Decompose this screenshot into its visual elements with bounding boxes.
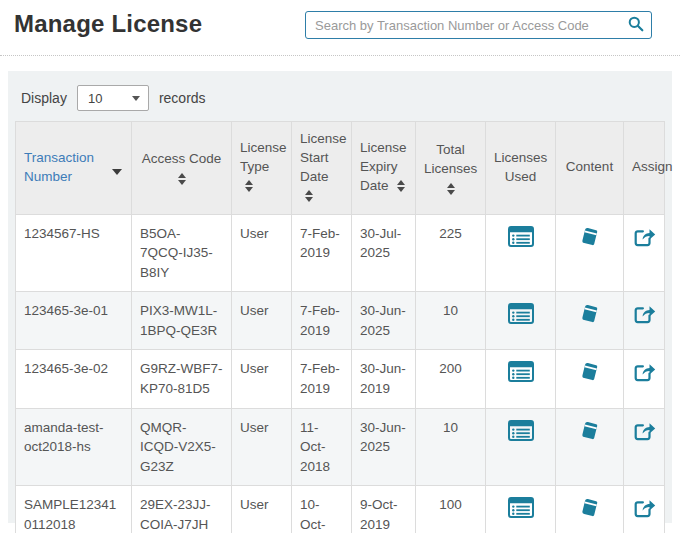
license-start-date-cell: 11-Oct-2018 bbox=[292, 408, 352, 486]
records-label: records bbox=[159, 90, 206, 106]
content-book-icon bbox=[578, 371, 601, 386]
assign-cell bbox=[624, 292, 665, 350]
license-start-date-cell: 7-Feb-2019 bbox=[292, 214, 352, 292]
column-header-assign: Assign bbox=[624, 122, 665, 215]
licenses-used-button[interactable] bbox=[508, 497, 534, 524]
licenses-used-button[interactable] bbox=[508, 303, 534, 330]
table-row: SAMPLE123410112018 29EX-23JJ-COIA-J7JH U… bbox=[16, 486, 665, 533]
table-row: 123465-3e-02 G9RZ-WBF7-KP70-81D5 User 7-… bbox=[16, 350, 665, 408]
licenses-used-cell bbox=[486, 292, 556, 350]
assign-share-icon bbox=[632, 507, 656, 522]
transaction-number-cell: 123465-3e-02 bbox=[16, 350, 132, 408]
content-button[interactable] bbox=[578, 497, 601, 525]
column-header-license-type[interactable]: License Type bbox=[232, 122, 292, 215]
licenses-used-icon bbox=[508, 312, 534, 327]
sort-both-icon bbox=[397, 180, 405, 192]
access-code-cell: B5OA-7QCQ-IJ35-B8IY bbox=[132, 214, 232, 292]
licenses-used-cell bbox=[486, 350, 556, 408]
content-cell bbox=[556, 214, 624, 292]
license-expiry-date-cell: 30-Jun-2025 bbox=[352, 292, 416, 350]
license-expiry-date-cell: 30-Jun-2025 bbox=[352, 408, 416, 486]
display-count-select[interactable]: 10 bbox=[77, 85, 149, 111]
assign-cell bbox=[624, 350, 665, 408]
content-book-icon bbox=[578, 313, 601, 328]
licenses-used-button[interactable] bbox=[508, 361, 534, 388]
license-type-cell: User bbox=[232, 350, 292, 408]
content-book-icon bbox=[578, 507, 601, 522]
column-header-license-start-date[interactable]: License Start Date bbox=[292, 122, 352, 215]
chevron-down-icon bbox=[132, 96, 140, 101]
access-code-cell: G9RZ-WBF7-KP70-81D5 bbox=[132, 350, 232, 408]
license-start-date-cell: 7-Feb-2019 bbox=[292, 292, 352, 350]
table-row: amanda-test-oct2018-hs QMQR-ICQD-V2X5-G2… bbox=[16, 408, 665, 486]
column-header-access-code[interactable]: Access Code bbox=[132, 122, 232, 215]
content-button[interactable] bbox=[578, 361, 601, 389]
licenses-used-cell bbox=[486, 214, 556, 292]
licenses-used-button[interactable] bbox=[508, 226, 534, 253]
total-licenses-cell: 225 bbox=[416, 214, 486, 292]
column-header-licenses-used: Licenses Used bbox=[486, 122, 556, 215]
sort-both-icon bbox=[245, 180, 253, 192]
content-button[interactable] bbox=[578, 420, 601, 448]
column-header-transaction-number[interactable]: Transaction Number bbox=[16, 122, 132, 215]
transaction-number-cell: SAMPLE123410112018 bbox=[16, 486, 132, 533]
sort-desc-icon bbox=[112, 169, 122, 175]
license-expiry-date-cell: 9-Oct-2019 bbox=[352, 486, 416, 533]
total-licenses-cell: 200 bbox=[416, 350, 486, 408]
assign-cell bbox=[624, 214, 665, 292]
assign-cell bbox=[624, 486, 665, 533]
license-start-date-cell: 7-Feb-2019 bbox=[292, 350, 352, 408]
access-code-cell: QMQR-ICQD-V2X5-G23Z bbox=[132, 408, 232, 486]
assign-button[interactable] bbox=[632, 497, 656, 525]
sort-both-icon bbox=[178, 173, 186, 185]
column-header-total-licenses[interactable]: Total Licenses bbox=[416, 122, 486, 215]
assign-button[interactable] bbox=[632, 361, 656, 389]
assign-button[interactable] bbox=[632, 420, 656, 448]
search-input[interactable] bbox=[306, 12, 621, 38]
content-button[interactable] bbox=[578, 226, 601, 254]
display-count-value: 10 bbox=[88, 91, 102, 106]
sort-both-icon bbox=[305, 190, 313, 202]
content-button[interactable] bbox=[578, 303, 601, 331]
assign-button[interactable] bbox=[632, 226, 656, 254]
assign-share-icon bbox=[632, 371, 656, 386]
assign-share-icon bbox=[632, 313, 656, 328]
assign-share-icon bbox=[632, 236, 656, 251]
table-row: 1234567-HS B5OA-7QCQ-IJ35-B8IY User 7-Fe… bbox=[16, 214, 665, 292]
table-body: 1234567-HS B5OA-7QCQ-IJ35-B8IY User 7-Fe… bbox=[16, 214, 665, 533]
license-panel: Display 10 records Transaction Number Ac… bbox=[8, 71, 672, 523]
column-header-license-expiry-date[interactable]: License Expiry Date bbox=[352, 122, 416, 215]
content-cell bbox=[556, 292, 624, 350]
licenses-used-icon bbox=[508, 506, 534, 521]
content-book-icon bbox=[578, 236, 601, 251]
search-button[interactable] bbox=[621, 12, 651, 38]
column-header-content: Content bbox=[556, 122, 624, 215]
display-label: Display bbox=[21, 90, 67, 106]
transaction-number-cell: amanda-test-oct2018-hs bbox=[16, 408, 132, 486]
table-header-row: Transaction Number Access Code License T… bbox=[16, 122, 665, 215]
total-licenses-cell: 100 bbox=[416, 486, 486, 533]
access-code-cell: PIX3-MW1L-1BPQ-QE3R bbox=[132, 292, 232, 350]
total-licenses-cell: 10 bbox=[416, 292, 486, 350]
table-row: 123465-3e-01 PIX3-MW1L-1BPQ-QE3R User 7-… bbox=[16, 292, 665, 350]
access-code-cell: 29EX-23JJ-COIA-J7JH bbox=[132, 486, 232, 533]
license-expiry-date-cell: 30-Jun-2019 bbox=[352, 350, 416, 408]
total-licenses-cell: 10 bbox=[416, 408, 486, 486]
page-header: Manage License bbox=[0, 0, 680, 56]
transaction-number-cell: 123465-3e-01 bbox=[16, 292, 132, 350]
licenses-used-cell bbox=[486, 486, 556, 533]
assign-button[interactable] bbox=[632, 303, 656, 331]
transaction-number-cell: 1234567-HS bbox=[16, 214, 132, 292]
licenses-used-icon bbox=[508, 429, 534, 444]
page-title: Manage License bbox=[14, 10, 202, 38]
license-type-cell: User bbox=[232, 408, 292, 486]
content-cell bbox=[556, 486, 624, 533]
assign-share-icon bbox=[632, 430, 656, 445]
license-start-date-cell: 10-Oct-2018 bbox=[292, 486, 352, 533]
display-length-control: Display 10 records bbox=[21, 85, 665, 111]
license-expiry-date-cell: 30-Jul-2025 bbox=[352, 214, 416, 292]
sort-both-icon bbox=[447, 183, 455, 195]
license-table: Transaction Number Access Code License T… bbox=[15, 121, 665, 533]
license-type-cell: User bbox=[232, 214, 292, 292]
licenses-used-button[interactable] bbox=[508, 420, 534, 447]
